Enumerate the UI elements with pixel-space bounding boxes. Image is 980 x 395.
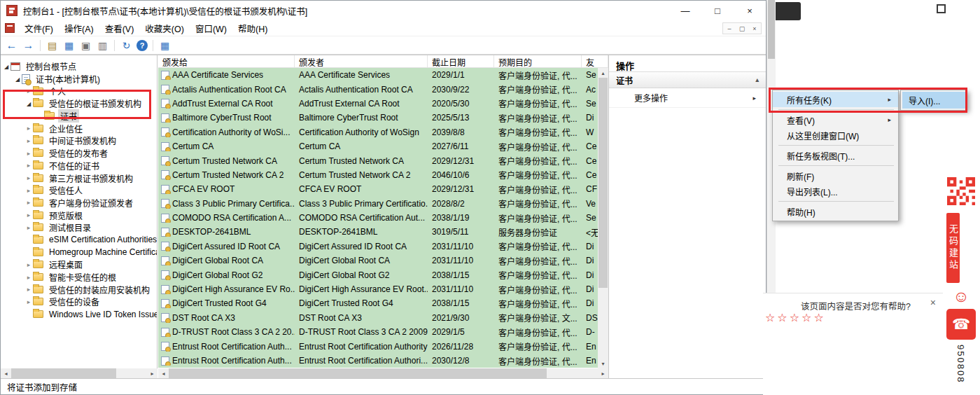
certificate-row[interactable]: DigiCert Global Root G2 DigiCert Global … xyxy=(158,268,598,282)
scroll-right-icon[interactable]: ▸ xyxy=(598,370,608,377)
copy-icon[interactable]: ▣ xyxy=(79,39,92,52)
certificate-row[interactable]: DigiCert Assured ID Root CA DigiCert Ass… xyxy=(158,240,598,254)
certificate-row[interactable]: D-TRUST Root Class 3 CA 2 20... D-TRUST … xyxy=(158,325,598,339)
certificate-row[interactable]: DST Root CA X3 DST Root CA X3 2021/9/30 … xyxy=(158,311,598,325)
rating-stars[interactable]: ☆☆☆☆☆ xyxy=(765,311,826,324)
feedback-close-icon[interactable]: × xyxy=(930,297,936,308)
expand-arrow-icon[interactable] xyxy=(24,88,33,95)
context-menu-item[interactable]: 刷新(F) ▸ xyxy=(773,168,898,183)
certificate-row[interactable]: DigiCert High Assurance EV Ro... DigiCer… xyxy=(158,282,598,296)
certificate-row[interactable]: Certification Authority of WoSi... Certi… xyxy=(158,125,598,139)
export-document-icon[interactable]: ▤ xyxy=(46,39,59,52)
properties-icon[interactable]: ▥ xyxy=(96,39,109,52)
expand-arrow-icon[interactable] xyxy=(24,212,33,219)
mdi-restore-button[interactable]: ▢ xyxy=(736,23,748,34)
certificate-row[interactable]: AddTrust External CA Root AddTrust Exter… xyxy=(158,97,598,111)
view-grid-icon[interactable]: ▦ xyxy=(158,39,172,52)
submenu-item-import[interactable]: 导入(I)... xyxy=(902,92,965,109)
tree-item[interactable]: 测试根目录 xyxy=(1,221,157,234)
tree-item[interactable]: 控制台根节点 xyxy=(1,60,157,73)
scrollbar-thumb[interactable] xyxy=(11,368,116,378)
minimize-button[interactable]: — xyxy=(669,1,701,20)
context-menu-item[interactable]: 查看(V) ▸ xyxy=(773,112,898,127)
tree-item[interactable]: 受信任的发布者 xyxy=(1,147,157,160)
column-header-issued-by[interactable]: 颁发者 xyxy=(295,55,428,67)
menu-file[interactable]: 文件(F) xyxy=(19,20,59,36)
column-header-friendly-name[interactable]: 友 xyxy=(582,55,608,67)
close-button[interactable]: × xyxy=(734,1,766,20)
tree-item[interactable]: Windows Live ID Token Issuer xyxy=(1,308,157,321)
column-header-issued-to[interactable]: 颁发给 xyxy=(158,55,295,67)
scrollbar-thumb[interactable] xyxy=(768,0,775,59)
expand-arrow-icon[interactable] xyxy=(24,137,33,144)
expand-arrow-icon[interactable] xyxy=(2,63,10,70)
expand-arrow-icon[interactable] xyxy=(24,162,33,169)
certificate-row[interactable]: Certum Trusted Network CA Certum Trusted… xyxy=(158,153,598,167)
help-icon[interactable]: ? xyxy=(136,40,148,51)
certificate-row[interactable]: Entrust Root Certification Auth... Entru… xyxy=(158,339,598,353)
certificate-row[interactable]: DigiCert Trusted Root G4 DigiCert Truste… xyxy=(158,296,598,310)
back-icon[interactable]: ← xyxy=(5,39,18,52)
more-actions-item[interactable]: 更多操作 ▸ xyxy=(609,88,766,108)
certificate-row[interactable]: Certum Trusted Network CA 2 Certum Trust… xyxy=(158,168,598,182)
menu-view[interactable]: 查看(V) xyxy=(99,20,140,36)
mdi-minimize-button[interactable]: – xyxy=(723,23,736,34)
forward-icon[interactable]: → xyxy=(22,39,35,52)
tree-item[interactable]: 受信任人 xyxy=(1,184,157,197)
tree-item[interactable]: 中间证书颁发机构 xyxy=(1,134,157,147)
maximize-button[interactable]: □ xyxy=(701,1,734,20)
scrollbar-thumb[interactable] xyxy=(598,78,608,288)
context-menu-item[interactable]: 新任务板视图(T)... ▸ xyxy=(773,148,898,163)
scroll-left-icon[interactable]: ◂ xyxy=(1,370,11,377)
tree-item[interactable]: 预览版根 xyxy=(1,209,157,221)
column-header-expiry[interactable]: 截止日期 xyxy=(428,55,494,67)
scroll-left-icon[interactable]: ◂ xyxy=(158,370,169,377)
new-window-icon[interactable]: ▦ xyxy=(62,39,76,52)
expand-arrow-icon[interactable] xyxy=(24,199,33,206)
mdi-close-button[interactable]: × xyxy=(748,23,761,34)
tree-item[interactable]: 证书 xyxy=(1,110,157,123)
expand-arrow-icon[interactable] xyxy=(24,100,33,107)
actions-section-certificates[interactable]: 证书 ▴ xyxy=(609,72,766,88)
expand-arrow-icon[interactable] xyxy=(13,76,22,83)
tree-item[interactable]: 受信任的设备 xyxy=(1,296,157,308)
menu-favorites[interactable]: 收藏夹(O) xyxy=(139,20,190,36)
context-menu-item[interactable]: 从这里创建窗口(W) ▸ xyxy=(773,127,898,143)
phone-icon[interactable]: ☎ xyxy=(946,309,976,340)
certificate-row[interactable]: DigiCert Global Root CA DigiCert Global … xyxy=(158,254,598,268)
tree-item[interactable]: eSIM Certification Authorities xyxy=(1,234,157,247)
expand-arrow-icon[interactable] xyxy=(24,150,33,157)
tree-horizontal-scrollbar[interactable]: ◂ ▸ xyxy=(1,368,158,378)
tree-item[interactable]: 第三方根证书颁发机构 xyxy=(1,172,157,184)
expand-arrow-icon[interactable] xyxy=(24,224,33,231)
tree-item[interactable]: 客户端身份验证颁发者 xyxy=(1,197,157,209)
context-menu-item[interactable]: 导出列表(L)... ▸ xyxy=(773,183,898,199)
scroll-down-icon[interactable]: ▾ xyxy=(598,359,608,368)
smiley-icon[interactable]: ☺ xyxy=(946,286,976,306)
certificate-row[interactable]: Actalis Authentication Root CA Actalis A… xyxy=(158,82,598,96)
tree-item[interactable]: 个人 xyxy=(1,85,157,97)
tree-item[interactable]: 证书(本地计算机) xyxy=(1,73,157,85)
certificate-row[interactable]: AAA Certificate Services AAA Certificate… xyxy=(158,68,598,82)
expand-arrow-icon[interactable] xyxy=(24,261,33,268)
context-menu-item[interactable]: 所有任务(K) ▸ xyxy=(773,92,898,107)
menu-window[interactable]: 窗口(W) xyxy=(190,20,232,36)
column-header-purpose[interactable]: 预期目的 xyxy=(494,55,582,67)
certificate-row[interactable]: COMODO RSA Certification A... COMODO RSA… xyxy=(158,211,598,225)
scroll-right-icon[interactable]: ▸ xyxy=(147,370,158,377)
menu-help[interactable]: 帮助(H) xyxy=(232,20,273,36)
scroll-up-icon[interactable]: ▴ xyxy=(598,68,608,78)
collapse-section-icon[interactable]: ▴ xyxy=(755,76,759,83)
list-vertical-scrollbar[interactable]: ▴ ▾ xyxy=(598,68,608,368)
vertical-banner[interactable]: 无码建站 xyxy=(946,213,960,283)
expand-arrow-icon[interactable] xyxy=(24,298,33,305)
tree-item[interactable]: 智能卡受信任的根 xyxy=(1,271,157,284)
expand-arrow-icon[interactable] xyxy=(24,174,33,181)
qr-code-icon[interactable] xyxy=(946,176,976,206)
tree-item[interactable]: 不信任的证书 xyxy=(1,160,157,172)
tree-item[interactable]: 远程桌面 xyxy=(1,258,157,271)
certificate-row[interactable]: Class 3 Public Primary Certifica... Clas… xyxy=(158,197,598,211)
tree-item[interactable]: Homegroup Machine Certifica xyxy=(1,246,157,258)
certificate-row[interactable]: DESKTOP-2641BML DESKTOP-2641BML 3019/5/1… xyxy=(158,225,598,239)
certificate-row[interactable]: Certum CA Certum CA 2027/6/11 客户端身份验证, 代… xyxy=(158,139,598,153)
